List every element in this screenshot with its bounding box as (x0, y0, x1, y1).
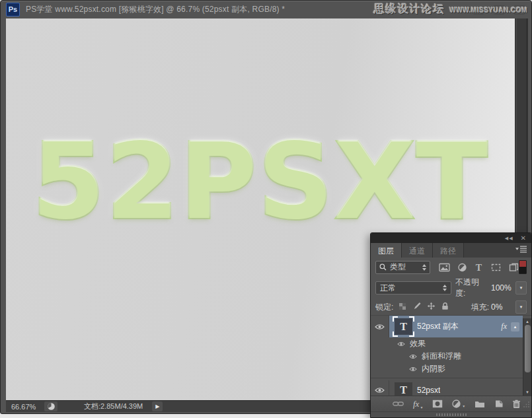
collapse-to-icons-icon[interactable]: ◀◀ (505, 236, 513, 241)
inner-shadow-label[interactable]: 内阴影 (422, 363, 445, 374)
layer-row-52psxt-copy[interactable]: T 52psxt 副本 fx ▲ (371, 316, 523, 337)
eye-icon[interactable] (409, 354, 417, 359)
updown-arrows-icon (443, 285, 447, 291)
row-divider (371, 378, 523, 378)
new-group-icon[interactable] (475, 400, 485, 408)
artwork-text: 52PSXT (6, 129, 515, 234)
opacity-label: 不透明度: (455, 277, 487, 299)
watermark-site-name: 思缘设计论坛 (374, 3, 445, 17)
eye-icon[interactable] (409, 366, 417, 372)
layer-filter-row: 类型 T (371, 258, 531, 277)
lock-pixels-icon[interactable] (412, 302, 421, 312)
effects-label[interactable]: 效果 (410, 338, 426, 349)
filter-type-layers-icon[interactable]: T (475, 263, 483, 272)
layer-name[interactable]: 52psxt (417, 386, 440, 395)
blend-mode-value: 正常 (380, 283, 396, 294)
lock-label: 锁定: (375, 302, 393, 313)
close-button[interactable]: ✕ (514, 5, 525, 15)
filter-pixel-layers-icon[interactable] (439, 263, 450, 272)
layer-filtering-toggle[interactable] (519, 260, 527, 274)
pie-clock-icon (47, 402, 56, 411)
fill-label: 填充: (471, 302, 489, 313)
eye-icon[interactable] (397, 341, 405, 347)
panel-close-icon[interactable]: ✕ (521, 235, 526, 242)
layer-thumbnail[interactable]: T (395, 318, 412, 335)
filter-smart-objects-icon[interactable] (509, 263, 519, 272)
panel-bottom-bar: fx▼ ▼ (371, 396, 531, 411)
layers-scrollbar[interactable]: ▲ ▼ (523, 318, 531, 396)
selection-bracket (409, 331, 414, 337)
bevel-emboss-label[interactable]: 斜面和浮雕 (422, 351, 461, 362)
maximize-button[interactable] (494, 5, 504, 15)
type-layer-glyph: T (400, 321, 407, 333)
selection-bracket (393, 316, 398, 322)
lock-row: 锁定: 填充: 0% ▼ (371, 299, 531, 315)
layers-list: T 52psxt 副本 fx ▲ 效果 斜面和浮雕 内阴影 (371, 315, 531, 396)
window-title: PS学堂 www.52psxt.com [猕猴桃字效] @ 66.7% (52p… (26, 4, 285, 15)
opacity-value[interactable]: 100% (491, 283, 513, 293)
lock-all-icon[interactable] (441, 302, 449, 312)
new-layer-icon[interactable] (494, 400, 503, 408)
photoshop-logo: Ps (6, 3, 20, 17)
status-menu-arrow[interactable]: ▶ (152, 401, 163, 411)
tab-channels[interactable]: 通道 (402, 243, 433, 258)
updown-arrows-icon (422, 264, 426, 271)
layer-thumbnail[interactable]: T (395, 382, 412, 396)
new-adjustment-layer-icon[interactable]: ▼ (452, 400, 465, 408)
scroll-up-arrow[interactable]: ▲ (525, 318, 529, 325)
layers-panel: ◀◀ ✕ 图层 通道 路径 类型 T (370, 232, 532, 418)
minimize-button[interactable]: — (473, 5, 484, 15)
bevel-emboss-row[interactable]: 斜面和浮雕 (371, 350, 523, 363)
add-layer-mask-icon[interactable] (432, 400, 443, 408)
inner-shadow-row[interactable]: 内阴影 (371, 363, 523, 375)
filter-adjustment-layers-icon[interactable] (457, 263, 467, 272)
scrollbar-thumb[interactable] (525, 325, 531, 372)
selection-bracket (393, 331, 398, 337)
link-layers-icon[interactable] (393, 401, 404, 407)
search-icon (379, 263, 387, 271)
eye-icon (375, 387, 385, 394)
lock-position-icon[interactable] (427, 302, 436, 312)
type-layer-glyph: T (400, 384, 407, 396)
panel-drag-handle[interactable] (436, 413, 467, 416)
visibility-toggle[interactable] (371, 316, 389, 337)
fill-dropdown-arrow[interactable]: ▼ (515, 300, 527, 314)
selection-bracket (409, 316, 414, 322)
titlebar[interactable]: Ps PS学堂 www.52psxt.com [猕猴桃字效] @ 66.7% (… (1, 1, 531, 18)
delete-layer-icon[interactable] (512, 400, 521, 409)
blend-mode-select[interactable]: 正常 (375, 281, 451, 295)
scroll-down-arrow[interactable]: ▼ (525, 389, 529, 396)
filter-shape-layers-icon[interactable] (490, 263, 502, 272)
layer-style-icon[interactable]: fx▼ (413, 399, 423, 409)
panel-tab-bar: 图层 通道 路径 (371, 243, 531, 258)
filter-type-select[interactable]: 类型 (375, 261, 430, 274)
fill-value[interactable]: 0% (491, 302, 513, 312)
collapse-effects-arrow[interactable]: ▲ (511, 322, 519, 331)
visibility-toggle[interactable] (371, 380, 389, 396)
panel-menu-icon[interactable] (515, 246, 527, 255)
eye-icon (375, 324, 385, 330)
zoom-level-field[interactable]: 66.67% (11, 403, 44, 411)
document-size-info: 文档:2.85M/4.39M (84, 401, 143, 411)
effects-group-row[interactable]: 效果 (371, 337, 523, 350)
status-pie-icon[interactable] (44, 401, 57, 411)
layer-row-52psxt[interactable]: T 52psxt (371, 380, 523, 396)
svg-text:T: T (476, 263, 482, 272)
blend-mode-row: 正常 不透明度: 100% ▼ (371, 277, 531, 299)
panel-footer (371, 411, 531, 417)
panel-header: ◀◀ ✕ (371, 233, 531, 243)
lock-transparency-icon[interactable] (399, 302, 406, 312)
filter-type-label: 类型 (390, 261, 406, 273)
panel-resize-grip[interactable] (523, 401, 530, 410)
filter-icons: T (439, 263, 519, 272)
tab-layers[interactable]: 图层 (371, 243, 402, 258)
opacity-dropdown-arrow[interactable]: ▼ (515, 281, 527, 295)
layer-effects-badge[interactable]: fx (501, 322, 507, 331)
tab-paths[interactable]: 路径 (433, 243, 464, 258)
layer-name[interactable]: 52psxt 副本 (417, 321, 459, 332)
window-controls: — ✕ (473, 5, 525, 15)
